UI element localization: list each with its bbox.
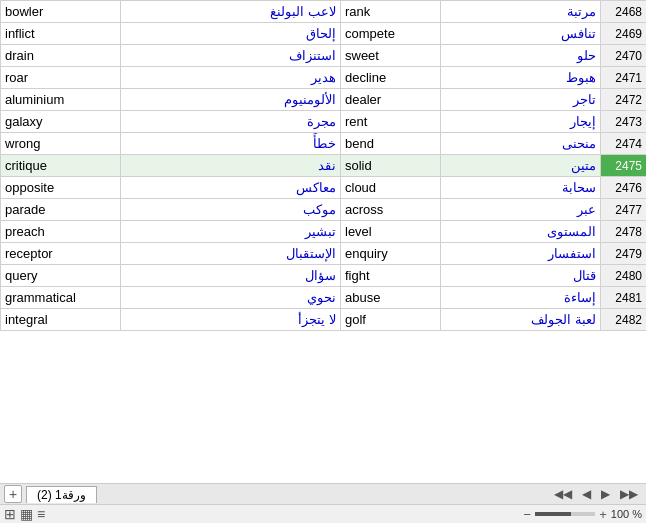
table-row: galaxyمجرةrentإيجار2473 (1, 111, 647, 133)
arabic-translation-cell-2[interactable]: قتال (441, 265, 601, 287)
arabic-translation-cell-2[interactable]: سحابة (441, 177, 601, 199)
grid-view-icon[interactable]: ⊞ (4, 506, 16, 522)
english-word-cell[interactable]: inflict (1, 23, 121, 45)
arabic-translation-cell[interactable]: مجرة (121, 111, 341, 133)
arabic-translation-cell[interactable]: استنزاف (121, 45, 341, 67)
arabic-translation-cell-2[interactable]: إساءة (441, 287, 601, 309)
row-number-cell: 2482 (601, 309, 647, 331)
arabic-translation-cell[interactable]: موكب (121, 199, 341, 221)
arabic-translation-cell[interactable]: سؤال (121, 265, 341, 287)
arabic-translation-cell-2[interactable]: المستوى (441, 221, 601, 243)
arabic-translation-cell-2[interactable]: منحنى (441, 133, 601, 155)
english-word-cell[interactable]: grammatical (1, 287, 121, 309)
english-word-cell-2[interactable]: rank (341, 1, 441, 23)
arabic-translation-cell-2[interactable]: تنافس (441, 23, 601, 45)
nav-next-button[interactable]: ▶ (597, 486, 614, 502)
english-word-cell-2[interactable]: enquiry (341, 243, 441, 265)
row-number-cell: 2471 (601, 67, 647, 89)
english-word-cell[interactable]: query (1, 265, 121, 287)
arabic-translation-cell-2[interactable]: حلو (441, 45, 601, 67)
english-word-cell[interactable]: critique (1, 155, 121, 177)
row-number-cell: 2481 (601, 287, 647, 309)
zoom-slider[interactable] (535, 512, 595, 516)
english-word-cell-2[interactable]: fight (341, 265, 441, 287)
arabic-translation-cell[interactable]: تبشير (121, 221, 341, 243)
chart-icon[interactable]: ≡ (37, 506, 45, 522)
arabic-translation-cell[interactable]: خطأً (121, 133, 341, 155)
arabic-translation-cell[interactable]: لا يتجزأ (121, 309, 341, 331)
arabic-translation-cell-2[interactable]: عبر (441, 199, 601, 221)
nav-first-button[interactable]: ◀◀ (550, 486, 576, 502)
row-number-cell: 2468 (601, 1, 647, 23)
table-row: aluminiumالألومنيومdealerتاجر2472 (1, 89, 647, 111)
arabic-translation-cell-2[interactable]: لعبة الجولف (441, 309, 601, 331)
arabic-translation-cell[interactable]: لاعب البولنغ (121, 1, 341, 23)
english-word-cell-2[interactable]: rent (341, 111, 441, 133)
arabic-translation-cell-2[interactable]: مرتبة (441, 1, 601, 23)
english-word-cell-2[interactable]: dealer (341, 89, 441, 111)
status-row: ⊞ ▦ ≡ − + 100 % (0, 505, 646, 523)
english-word-cell-2[interactable]: level (341, 221, 441, 243)
arabic-translation-cell-2[interactable]: هبوط (441, 67, 601, 89)
english-word-cell[interactable]: integral (1, 309, 121, 331)
english-word-cell-2[interactable]: cloud (341, 177, 441, 199)
status-icons: ⊞ ▦ ≡ (4, 506, 45, 522)
zoom-slider-fill (535, 512, 571, 516)
sheet-tab[interactable]: ورقة1 (2) (26, 486, 97, 503)
english-word-cell[interactable]: parade (1, 199, 121, 221)
arabic-translation-cell[interactable]: الإستقبال (121, 243, 341, 265)
bottom-bar: + ورقة1 (2) ◀◀ ◀ ▶ ▶▶ ⊞ ▦ ≡ − + 100 % (0, 483, 646, 523)
table-row: roarهديرdeclineهبوط2471 (1, 67, 647, 89)
english-word-cell[interactable]: receptor (1, 243, 121, 265)
row-number-cell: 2477 (601, 199, 647, 221)
english-word-cell-2[interactable]: golf (341, 309, 441, 331)
table-row: bowlerلاعب البولنغrankمرتبة2468 (1, 1, 647, 23)
english-word-cell[interactable]: roar (1, 67, 121, 89)
arabic-translation-cell-2[interactable]: متين (441, 155, 601, 177)
zoom-bar: − + 100 % (524, 507, 642, 522)
arabic-translation-cell[interactable]: هدير (121, 67, 341, 89)
english-word-cell[interactable]: aluminium (1, 89, 121, 111)
tab-navigation: ◀◀ ◀ ▶ ▶▶ (550, 486, 642, 502)
table-row: drainاستنزافsweetحلو2470 (1, 45, 647, 67)
english-word-cell-2[interactable]: compete (341, 23, 441, 45)
zoom-percent-label: 100 % (611, 508, 642, 520)
english-word-cell[interactable]: drain (1, 45, 121, 67)
row-number-cell: 2469 (601, 23, 647, 45)
english-word-cell[interactable]: preach (1, 221, 121, 243)
english-word-cell-2[interactable]: across (341, 199, 441, 221)
table-row: receptorالإستقبالenquiryاستفسار2479 (1, 243, 647, 265)
arabic-translation-cell[interactable]: إلحاق (121, 23, 341, 45)
zoom-in-button[interactable]: + (599, 507, 607, 522)
nav-last-button[interactable]: ▶▶ (616, 486, 642, 502)
add-sheet-button[interactable]: + (4, 485, 22, 503)
english-word-cell[interactable]: bowler (1, 1, 121, 23)
arabic-translation-cell-2[interactable]: استفسار (441, 243, 601, 265)
row-number-cell: 2479 (601, 243, 647, 265)
english-word-cell-2[interactable]: decline (341, 67, 441, 89)
nav-prev-button[interactable]: ◀ (578, 486, 595, 502)
english-word-cell[interactable]: galaxy (1, 111, 121, 133)
row-number-cell: 2480 (601, 265, 647, 287)
row-number-cell: 2470 (601, 45, 647, 67)
english-word-cell-2[interactable]: abuse (341, 287, 441, 309)
english-word-cell-2[interactable]: solid (341, 155, 441, 177)
arabic-translation-cell[interactable]: معاكس (121, 177, 341, 199)
table-row: critiqueنقدsolidمتين2475 (1, 155, 647, 177)
table-icon[interactable]: ▦ (20, 506, 33, 522)
arabic-translation-cell[interactable]: نحوي (121, 287, 341, 309)
arabic-translation-cell[interactable]: نقد (121, 155, 341, 177)
table-row: wrongخطأًbendمنحنى2474 (1, 133, 647, 155)
table-row: queryسؤالfightقتال2480 (1, 265, 647, 287)
row-number-cell: 2473 (601, 111, 647, 133)
arabic-translation-cell-2[interactable]: إيجار (441, 111, 601, 133)
english-word-cell-2[interactable]: bend (341, 133, 441, 155)
english-word-cell-2[interactable]: sweet (341, 45, 441, 67)
zoom-out-button[interactable]: − (524, 507, 532, 522)
arabic-translation-cell-2[interactable]: تاجر (441, 89, 601, 111)
table-row: integralلا يتجزأgolfلعبة الجولف2482 (1, 309, 647, 331)
row-number-cell: 2475 (601, 155, 647, 177)
english-word-cell[interactable]: opposite (1, 177, 121, 199)
arabic-translation-cell[interactable]: الألومنيوم (121, 89, 341, 111)
english-word-cell[interactable]: wrong (1, 133, 121, 155)
